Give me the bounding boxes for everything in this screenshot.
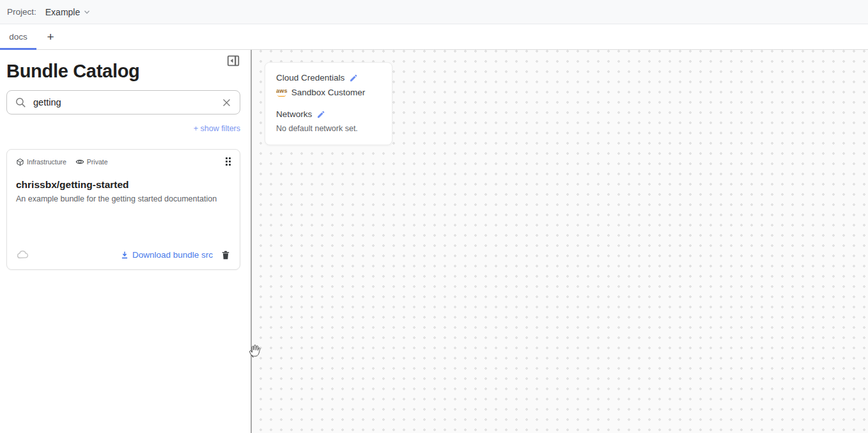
eye-icon bbox=[75, 157, 84, 166]
tab-label: docs bbox=[9, 32, 27, 42]
networks-section: Networks No default network set. bbox=[276, 109, 381, 133]
project-defaults-card: Cloud Credentials aws Sandbox Customer bbox=[265, 62, 392, 145]
bundle-description: An example bundle for the getting starte… bbox=[16, 194, 231, 203]
page-title: Bundle Catalog bbox=[6, 61, 251, 82]
download-label: Download bundle src bbox=[132, 250, 213, 260]
show-filters-link[interactable]: + show filters bbox=[194, 124, 240, 133]
tab-bar: docs + bbox=[0, 24, 868, 50]
project-label: Project: bbox=[7, 7, 36, 17]
delete-bundle-button[interactable] bbox=[221, 250, 231, 260]
bundle-title[interactable]: chrissbx/getting-started bbox=[16, 179, 231, 191]
cube-icon bbox=[16, 158, 24, 166]
cloud-credentials-value: Sandbox Customer bbox=[291, 88, 366, 97]
badge-label: Private bbox=[87, 158, 108, 166]
main-area: Bundle Catalog + show filters bbox=[0, 50, 868, 433]
cloud-credentials-section: Cloud Credentials aws Sandbox Customer bbox=[276, 73, 381, 97]
aws-logo-swoosh bbox=[277, 95, 286, 97]
search-input[interactable] bbox=[33, 97, 215, 107]
pencil-icon bbox=[316, 110, 325, 119]
edit-cloud-credentials-button[interactable] bbox=[349, 74, 358, 83]
edit-networks-button[interactable] bbox=[316, 110, 325, 119]
bundle-card[interactable]: Infrastructure Private chrissbx/getting-… bbox=[6, 149, 240, 270]
pencil-icon bbox=[349, 74, 358, 83]
networks-value: No default network set. bbox=[276, 124, 381, 133]
collapse-panel-icon bbox=[226, 54, 240, 68]
topbar: Project: Example bbox=[0, 0, 868, 24]
project-value: Example bbox=[45, 7, 80, 17]
collapse-panel-button[interactable] bbox=[226, 54, 240, 68]
filters-row: + show filters bbox=[0, 122, 240, 134]
clear-search-button[interactable] bbox=[221, 97, 232, 108]
aws-logo: aws bbox=[276, 88, 288, 97]
bundle-search bbox=[6, 90, 240, 114]
cloud-credentials-label: Cloud Credentials bbox=[276, 73, 345, 83]
badge-label: Infrastructure bbox=[27, 158, 66, 166]
tab-docs[interactable]: docs bbox=[0, 24, 36, 49]
project-canvas[interactable]: Cloud Credentials aws Sandbox Customer bbox=[252, 50, 868, 433]
chevron-down-icon bbox=[84, 9, 90, 15]
bundle-card-footer: Download bundle src bbox=[16, 248, 231, 262]
download-icon bbox=[120, 251, 129, 260]
aws-logo-text: aws bbox=[276, 88, 288, 94]
infrastructure-badge: Infrastructure bbox=[16, 158, 66, 166]
search-icon bbox=[15, 97, 27, 109]
cloud-icon bbox=[16, 248, 29, 262]
project-selector[interactable]: Example bbox=[45, 7, 90, 17]
drag-handle[interactable] bbox=[224, 156, 232, 167]
download-bundle-src-link[interactable]: Download bundle src bbox=[120, 250, 213, 260]
badge-row: Infrastructure Private bbox=[16, 157, 231, 166]
networks-label: Networks bbox=[276, 109, 312, 119]
add-tab-button[interactable]: + bbox=[39, 24, 62, 49]
private-badge: Private bbox=[75, 157, 108, 166]
trash-icon bbox=[221, 250, 231, 260]
close-icon bbox=[221, 97, 232, 108]
bundle-catalog-panel: Bundle Catalog + show filters bbox=[0, 50, 252, 433]
